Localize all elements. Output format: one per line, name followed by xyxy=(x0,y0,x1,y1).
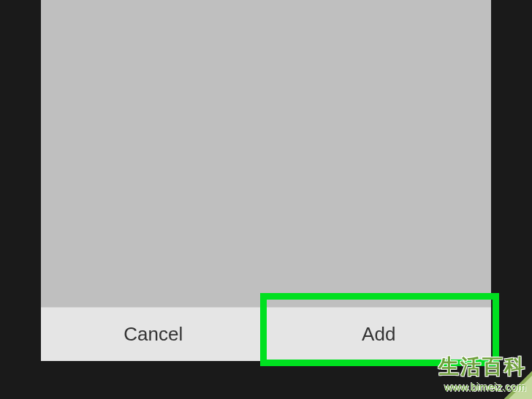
add-button[interactable]: Add xyxy=(266,308,492,361)
page-corner-fold-icon xyxy=(504,371,532,399)
cancel-button[interactable]: Cancel xyxy=(41,308,266,361)
dialog-button-bar: Cancel Add xyxy=(41,307,491,361)
dialog: Cancel Add xyxy=(41,0,491,361)
dialog-content-area xyxy=(41,0,491,307)
add-button-label: Add xyxy=(362,323,395,346)
cancel-button-label: Cancel xyxy=(123,323,183,346)
